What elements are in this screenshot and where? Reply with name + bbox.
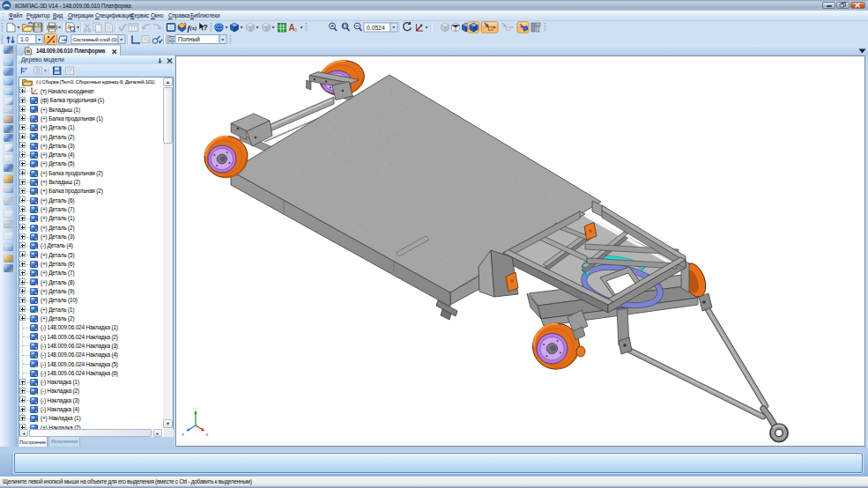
svg-text:0.0524: 0.0524 [367,25,385,31]
svg-text:Полный: Полный [178,36,200,42]
svg-text:Системный слой (0): Системный слой (0) [73,37,118,42]
svg-text:z: z [182,432,184,437]
svg-text:?: ? [204,23,208,32]
svg-text:f(x): f(x) [188,24,197,33]
svg-text:1.0: 1.0 [20,36,29,42]
svg-text:a: a [294,26,298,33]
svg-text:x: x [206,432,209,437]
